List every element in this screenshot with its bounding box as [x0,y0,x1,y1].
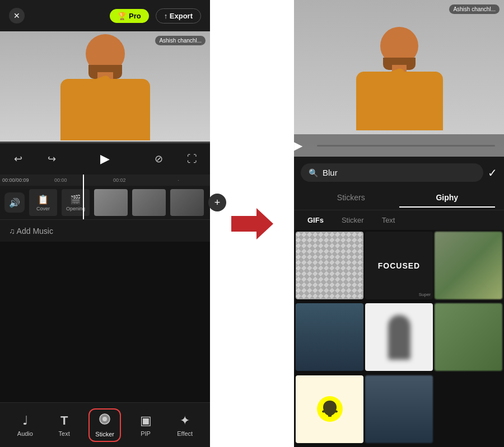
timeline-area: 00:00/00:09 00:00 00:02 · 🔊 📋 Cover 🎬 Op… [0,175,210,219]
gif-cell-7[interactable] [296,375,363,443]
sub-tab-gifs[interactable]: GIFs [303,214,328,227]
right-person-figure [349,27,450,130]
close-button[interactable]: ✕ [9,8,25,23]
timecode-display: 00:00/00:09 [2,177,29,183]
tab-giphy[interactable]: Giphy [399,189,496,208]
tool-effect[interactable]: ✦ Effect [170,409,199,441]
tab-stickers[interactable]: Stickers [303,189,399,208]
export-button[interactable]: ↑ Export [156,8,201,23]
gif-cell-2[interactable]: FOCUSED Super [365,232,433,299]
thumb-content-1 [94,189,128,216]
text-icon: T [60,413,68,428]
gif-cell-8[interactable] [365,375,433,443]
arrow-body [231,216,256,232]
camera-off-button[interactable]: ⊘ [150,150,167,168]
track-thumb-2[interactable] [132,189,166,216]
redo-button[interactable]: ↪ [43,150,60,168]
video-preview-left: Ashish chanchl... [0,31,210,143]
thumb-content-3 [170,189,204,216]
sticker-label: Sticker [95,431,114,437]
sub-tab-sticker[interactable]: Sticker [337,214,368,227]
ruler-mark-1: 00:02 [90,177,149,183]
search-value: Blur [323,168,338,177]
video-content-left [0,31,210,143]
person-figure [49,34,161,140]
tool-pip[interactable]: ▣ PIP [133,409,158,441]
svg-point-1 [102,417,107,421]
gif-cell-1[interactable] [296,232,363,299]
gif-grid: FOCUSED Super [294,230,504,447]
cover-label: Cover [36,206,50,211]
play-button[interactable]: ▶ [95,149,115,169]
pro-button[interactable]: 🏆 Pro [110,9,148,23]
author-tag-right: Ashish chanchl... [449,4,500,14]
tool-text[interactable]: T Text [52,409,77,441]
confirm-button[interactable]: ✓ [488,166,497,180]
pip-icon: ▣ [140,413,152,428]
track-thumb-1[interactable] [94,189,128,216]
focused-text: FOCUSED [378,261,420,270]
add-music-bar[interactable]: ♫ Add Music [0,219,210,242]
opening-track[interactable]: 🎬 Opening [62,189,90,216]
author-tag-left: Ashish chanchl... [155,36,206,45]
focused-content: FOCUSED [378,261,420,270]
timeline-cursor [83,175,84,219]
sticker-icon [99,413,111,429]
search-input-wrap[interactable]: 🔍 Blur [301,163,483,182]
thumb-content-2 [132,189,166,216]
arrow-shape [231,208,273,239]
gif-cell-3[interactable] [435,232,502,299]
timeline-ruler: 00:00/00:09 00:00 00:02 · [0,175,210,186]
right-play-button[interactable]: ▶ [294,139,302,152]
audio-icon: ♩ [22,413,28,428]
empty-space [0,242,210,402]
right-panel: Ashish chanchl... ▶ 🔍 Blur ✓ Stickers Gi… [294,0,504,447]
bottom-toolbar: ♩ Audio T Text Sticker ▣ PIP ✦ Effect [0,402,210,447]
right-play-overlay: ▶ [294,134,504,157]
ruler-mark-2: · [149,177,208,183]
arrow-divider [210,0,294,447]
arrow-head [256,208,273,239]
audio-label: Audio [17,430,33,437]
timeline-tracks: 🔊 📋 Cover 🎬 Opening + [0,186,210,219]
header: ✕ 🏆 Pro ↑ Export [0,0,210,31]
pip-label: PIP [141,430,151,437]
snapchat-icon [316,395,344,423]
right-progress-bar [317,145,495,147]
search-area: 🔍 Blur ✓ [294,157,504,186]
tool-audio[interactable]: ♩ Audio [11,409,40,441]
gif-cell-4[interactable] [296,303,363,371]
gif-cell-6[interactable] [435,303,502,371]
gif-cell-5[interactable] [365,303,433,371]
blur-figure [388,315,410,360]
progress-bar-left [0,142,210,143]
video-preview-right: Ashish chanchl... ▶ [294,0,504,157]
audio-track-button[interactable]: 🔊 [4,192,25,213]
focused-label: Super [419,292,431,297]
fullscreen-button[interactable]: ⛶ [183,150,201,168]
opening-label: Opening [66,206,85,211]
video-content-right [294,0,504,157]
effect-label: Effect [177,430,193,437]
left-panel: ✕ 🏆 Pro ↑ Export Ashish chanchl... [0,0,210,447]
effect-icon: ✦ [180,413,190,428]
add-music-label: ♫ Add Music [9,227,53,236]
right-person-body [356,72,443,130]
track-thumb-3[interactable] [170,189,204,216]
sub-tab-text[interactable]: Text [377,214,400,227]
text-label: Text [59,430,70,437]
tabs-row: Stickers Giphy [294,186,504,210]
sub-tabs-row: GIFs Sticker Text [294,210,504,230]
search-icon: 🔍 [309,168,318,177]
person-body [60,79,150,140]
controls-bar: ↩ ↪ ▶ ⊘ ⛶ [0,143,210,175]
cover-track[interactable]: 📋 Cover [29,189,57,216]
add-clip-button[interactable]: + [208,194,226,211]
tool-sticker[interactable]: Sticker [88,408,121,442]
ruler-mark-0: 00:00 [31,177,90,183]
undo-button[interactable]: ↩ [9,150,27,168]
